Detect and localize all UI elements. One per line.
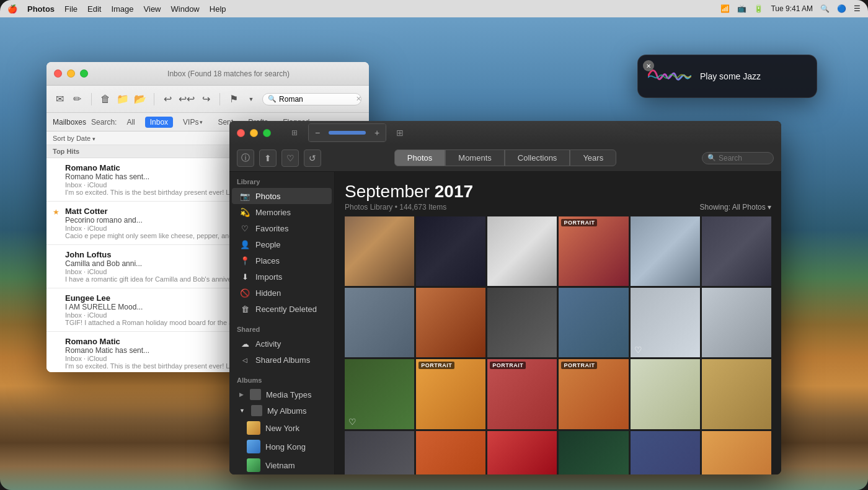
grid-view-icon[interactable]: ⊞ — [391, 124, 409, 141]
photos-close-button[interactable] — [237, 129, 245, 137]
sidebar-item-my-albums[interactable]: ▼ My Albums — [232, 403, 332, 419]
photo-cell[interactable] — [702, 431, 771, 474]
siri-wave — [648, 64, 691, 89]
photo-cell[interactable] — [345, 216, 414, 286]
sidebar-label: Media Types — [266, 390, 311, 399]
info-icon[interactable]: ⓘ — [237, 149, 254, 167]
photo-cell[interactable]: ♡ — [487, 431, 557, 474]
photos-minimize-button[interactable] — [250, 129, 258, 137]
album-thumb-hongkong — [247, 440, 260, 453]
tab-collections[interactable]: Collections — [505, 149, 570, 166]
photo-cell[interactable] — [702, 359, 771, 429]
siri-notification: ✕ Play some Jazz — [637, 55, 817, 98]
photo-cell[interactable] — [345, 288, 414, 357]
notification-icon[interactable]: ☰ — [854, 4, 861, 13]
app-name[interactable]: Photos — [27, 4, 55, 14]
showing-select[interactable]: Showing: All Photos ▾ — [700, 203, 771, 212]
new-message-icon[interactable]: ✏ — [71, 91, 84, 108]
menu-edit[interactable]: Edit — [87, 4, 101, 14]
menu-help[interactable]: Help — [210, 4, 226, 14]
photo-cell[interactable] — [559, 288, 628, 357]
tab-moments[interactable]: Moments — [445, 149, 504, 166]
minimize-button[interactable] — [67, 69, 75, 78]
photo-cell[interactable] — [702, 216, 771, 286]
sidebar-label: Hidden — [255, 288, 281, 298]
photo-cell[interactable] — [487, 288, 557, 357]
menu-window[interactable]: Window — [171, 4, 200, 14]
sidebar-item-people[interactable]: 👤 People — [232, 236, 332, 252]
photos-search-input[interactable] — [719, 154, 768, 163]
apple-menu[interactable]: 🍎 — [7, 4, 17, 14]
photo-cell[interactable]: ♡ — [631, 288, 700, 357]
sidebar-item-favorites[interactable]: ♡ Favorites — [232, 220, 332, 236]
filter-inbox[interactable]: Inbox — [145, 117, 173, 128]
sidebar-label: New York — [265, 424, 299, 433]
reply-all-icon[interactable]: ↩↩ — [179, 91, 195, 108]
photos-search-bar[interactable]: 🔍 — [702, 152, 774, 164]
photo-cell[interactable] — [416, 288, 485, 357]
sidebar-item-imports[interactable]: ⬇ Imports — [232, 269, 332, 285]
filter-vips[interactable]: VIPs ▾ — [178, 117, 208, 128]
tab-photos[interactable]: Photos — [394, 149, 445, 166]
sidebar-item-places[interactable]: 📍 Places — [232, 252, 332, 269]
sidebar-item-media-types[interactable]: ▶ Media Types — [232, 386, 332, 403]
photo-cell[interactable]: PORTRAIT — [559, 359, 628, 429]
heart-icon: ♡ — [634, 345, 642, 355]
tab-years[interactable]: Years — [570, 149, 616, 166]
mailboxes-label[interactable]: Mailboxes — [53, 118, 86, 127]
photo-cell[interactable]: PORTRAIT — [416, 359, 485, 429]
photo-cell[interactable] — [631, 359, 700, 429]
sidebar-toggle-icon[interactable]: ⊞ — [286, 124, 303, 141]
sidebar-item-activity[interactable]: ☁ Activity — [232, 336, 332, 352]
siri-close-button[interactable]: ✕ — [643, 60, 654, 71]
siri-menubar-icon[interactable]: 🔵 — [837, 4, 846, 13]
rotate-icon[interactable]: ↺ — [304, 149, 321, 167]
share-icon[interactable]: ⬆ — [259, 149, 277, 167]
photo-cell[interactable]: ♡ — [345, 431, 414, 474]
flag-icon[interactable]: ⚑ — [228, 91, 240, 108]
photo-cell[interactable] — [631, 216, 700, 286]
zoom-out-icon[interactable]: − — [309, 124, 326, 141]
sidebar-item-new-york[interactable]: New York — [232, 419, 332, 437]
photo-cell[interactable] — [702, 288, 771, 357]
favorite-icon[interactable]: ♡ — [281, 149, 299, 167]
flag-down-icon[interactable]: ▼ — [245, 91, 257, 108]
sidebar-item-vietnam[interactable]: Vietnam — [232, 456, 332, 474]
menu-file[interactable]: File — [64, 4, 78, 14]
photo-cell[interactable]: ♡ — [345, 359, 414, 429]
menu-view[interactable]: View — [144, 4, 161, 14]
photo-cell[interactable]: PORTRAIT — [559, 216, 628, 286]
photo-cell[interactable] — [416, 216, 485, 286]
sidebar-item-recently-deleted[interactable]: 🗑 Recently Deleted — [232, 301, 332, 317]
sidebar-item-hidden[interactable]: 🚫 Hidden — [232, 285, 332, 301]
menu-image[interactable]: Image — [111, 4, 133, 14]
photo-cell[interactable] — [631, 431, 700, 474]
maximize-button[interactable] — [80, 69, 88, 78]
move-icon[interactable]: 📂 — [134, 91, 146, 108]
star-icon — [53, 164, 60, 196]
photo-cell[interactable]: PORTRAIT — [487, 359, 557, 429]
sort-label[interactable]: Sort by Date ▾ — [53, 135, 95, 142]
delete-icon[interactable]: 🗑 — [99, 91, 112, 108]
compose-icon[interactable]: ✉ — [54, 91, 66, 108]
sidebar-item-photos[interactable]: 📷 Photos — [232, 188, 332, 204]
clear-search-icon[interactable]: ✕ — [356, 95, 361, 103]
mail-search-input[interactable] — [279, 95, 353, 104]
archive-icon[interactable]: 📁 — [117, 91, 129, 108]
search-menubar-icon[interactable]: 🔍 — [820, 4, 830, 13]
sidebar-item-hong-kong[interactable]: Hong Kong — [232, 437, 332, 456]
forward-icon[interactable]: ↪ — [200, 91, 212, 108]
zoom-in-icon[interactable]: + — [368, 124, 386, 141]
photos-subtitle: Photos Library • 144,673 Items Showing: … — [345, 203, 771, 212]
close-button[interactable] — [54, 69, 62, 78]
mail-search-bar[interactable]: 🔍 ✕ — [262, 93, 361, 105]
search-icon: 🔍 — [268, 95, 277, 103]
filter-all[interactable]: All — [122, 117, 140, 128]
sidebar-item-shared-albums[interactable]: ◁ Shared Albums — [232, 352, 332, 368]
photo-cell[interactable]: ♡ — [559, 431, 628, 474]
photo-cell[interactable] — [487, 216, 557, 286]
reply-icon[interactable]: ↩ — [161, 91, 174, 108]
sidebar-item-memories[interactable]: 💫 Memories — [232, 204, 332, 220]
photo-cell[interactable] — [416, 431, 485, 474]
photos-maximize-button[interactable] — [263, 129, 271, 137]
